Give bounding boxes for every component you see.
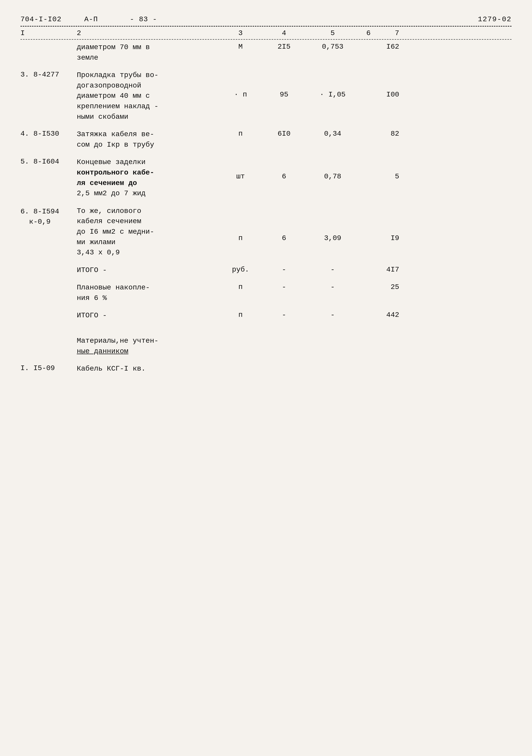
table-row-planned: Плановые накопле-ния 6 % п - - 25 <box>20 283 512 303</box>
row-code <box>20 265 77 266</box>
row-code <box>20 42 77 43</box>
row-description: Затяжка кабеля ве-сом до Iкр в трубу <box>77 129 220 150</box>
row-unit: руб. <box>220 265 261 274</box>
row-quantity <box>261 364 307 364</box>
row-total: 82 <box>358 129 399 138</box>
row-total: 442 <box>358 310 399 319</box>
row-rate: · I,05 <box>307 70 358 98</box>
row-code: 6. 8-I594 к-0,9 <box>20 206 77 227</box>
row-description: Материалы,не учтен-ные данником <box>77 336 220 357</box>
row-rate: - <box>307 310 358 319</box>
row-rate: 0,78 <box>307 157 358 180</box>
row-unit: п <box>220 310 261 319</box>
page-number: - 83 - <box>130 15 157 23</box>
row-unit <box>220 364 261 364</box>
row-total <box>358 336 399 336</box>
row-quantity: - <box>261 283 307 291</box>
col-num-4: 4 <box>261 29 307 37</box>
row-unit: п <box>220 206 261 242</box>
document-header: 704-I-I02 А-П - 83 - 1279-02 <box>20 15 512 23</box>
row-description: ИТОГО - <box>77 265 220 276</box>
row-total: 4I7 <box>358 265 399 274</box>
row-rate <box>307 336 358 336</box>
row-code <box>20 283 77 283</box>
row-description: То же, силовогокабеля сечениемдо I6 мм2 … <box>77 206 220 258</box>
row-total: 25 <box>358 283 399 291</box>
col-num-3: 3 <box>220 29 261 37</box>
row-description: Концевые заделкиконтрольного кабе-ля сеч… <box>77 157 220 199</box>
row-code <box>20 336 77 336</box>
row-total: I62 <box>358 42 399 51</box>
row-unit: шт <box>220 157 261 180</box>
table-row: 5. 8-I604 Концевые заделкиконтрольного к… <box>20 157 512 199</box>
doc-id: 704-I-I02 <box>20 15 62 23</box>
table-row-total: ИТОГО - п - - 442 <box>20 310 512 321</box>
row-description: ИТОГО - <box>77 310 220 321</box>
row-unit: · п <box>220 70 261 98</box>
table-row: 4. 8-I530 Затяжка кабеля ве-сом до Iкр в… <box>20 129 512 150</box>
row-quantity: 6 <box>261 157 307 180</box>
table-row: I. I5-09 Кабель КСГ-I кв. <box>20 364 512 374</box>
col-num-6: 6 <box>358 29 379 37</box>
column-numbers-row: I 2 3 4 5 6 7 <box>20 29 512 40</box>
row-unit: М <box>220 42 261 51</box>
doc-id-left: 704-I-I02 А-П - 83 - <box>20 15 157 23</box>
row-unit <box>220 336 261 336</box>
col-num-5: 5 <box>307 29 358 37</box>
row-rate: - <box>307 283 358 291</box>
col-num-2: 2 <box>77 29 220 37</box>
table-row: диаметром 70 мм вземле М 2I5 0,753 I62 <box>20 42 512 63</box>
col-num-1: I <box>20 29 77 37</box>
row-description: Плановые накопле-ния 6 % <box>77 283 220 303</box>
row-code: 3. 8-4277 <box>20 70 77 79</box>
doc-ref: 1279-02 <box>478 15 512 23</box>
row-quantity: - <box>261 310 307 319</box>
row-rate: - <box>307 265 358 274</box>
table-row: 3. 8-4277 Прокладка трубы во-догазопрово… <box>20 70 512 122</box>
row-rate: 3,09 <box>307 206 358 242</box>
table-row-materials-header: Материалы,не учтен-ные данником <box>20 336 512 357</box>
row-total: 5 <box>358 157 399 180</box>
row-quantity <box>261 336 307 336</box>
header-divider <box>20 26 512 27</box>
row-quantity: 6I0 <box>261 129 307 138</box>
row-unit: п <box>220 283 261 291</box>
row-description: Прокладка трубы во-догазопроводнойдиамет… <box>77 70 220 122</box>
row-code: 5. 8-I604 <box>20 157 77 166</box>
row-code: 4. 8-I530 <box>20 129 77 138</box>
row-quantity: 6 <box>261 206 307 242</box>
row-unit: п <box>220 129 261 138</box>
row-rate: 0,34 <box>307 129 358 138</box>
spacer <box>20 328 512 336</box>
row-total: I00 <box>358 70 399 98</box>
table-row-subtotal: ИТОГО - руб. - - 4I7 <box>20 265 512 276</box>
row-description: диаметром 70 мм вземле <box>77 42 220 63</box>
row-code: I. I5-09 <box>20 364 77 372</box>
row-rate: 0,753 <box>307 42 358 51</box>
document-body: диаметром 70 мм вземле М 2I5 0,753 I62 3… <box>20 42 512 374</box>
section-code: А-П <box>84 15 98 23</box>
table-row: 6. 8-I594 к-0,9 То же, силовогокабеля се… <box>20 206 512 258</box>
row-description: Кабель КСГ-I кв. <box>77 364 220 374</box>
row-quantity: 2I5 <box>261 42 307 51</box>
row-quantity: 95 <box>261 70 307 98</box>
row-total <box>358 364 399 364</box>
row-code <box>20 310 77 311</box>
row-total: I9 <box>358 206 399 242</box>
col-num-7: 7 <box>379 29 399 37</box>
row-rate <box>307 364 358 364</box>
row-quantity: - <box>261 265 307 274</box>
